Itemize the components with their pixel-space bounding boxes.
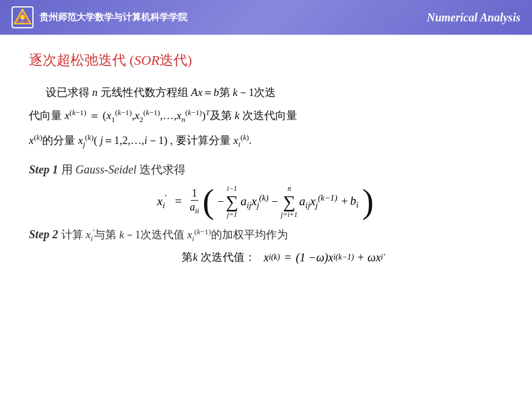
- paragraph-2: 代向量 x(k−1) ＝ (x1(k−1),x2(k−1),…,xn(k−1))…: [29, 106, 503, 127]
- course-title: Numerical Analysis: [427, 11, 520, 24]
- header-left: 贵州师范大学数学与计算机科学学院: [12, 6, 187, 28]
- step2-label: Step 2 计算 xi′与第 k－1次迭代值 xi(k−1)的加权平均作为: [29, 227, 503, 243]
- step1-formula: xi′ = 1 aii ( − i−1 ∑ j=1 aijxj(k) −: [29, 184, 503, 219]
- slide-title: 逐次超松弛迭代 (SOR迭代): [29, 51, 503, 69]
- slide-content: 逐次超松弛迭代 (SOR迭代) 设已求得 n 元线性代数方程组 Ax＝b第 k－…: [0, 35, 532, 280]
- step2-formula: 第k 次迭代值： xi(k) = (1 − ω)xi(k−1) + ωxi′: [64, 248, 503, 267]
- paragraph-1: 设已求得 n 元线性代数方程组 Ax＝b第 k－1次迭: [29, 83, 503, 102]
- university-logo: [12, 6, 34, 28]
- header: 贵州师范大学数学与计算机科学学院 Numerical Analysis: [0, 0, 532, 35]
- paragraph-3: x(k)的分量 xj(k)( j＝1,2,…,i－1) , 要计算分量 xi(k…: [29, 131, 503, 152]
- institution-name: 贵州师范大学数学与计算机科学学院: [39, 12, 187, 24]
- step1-label: Step 1 用 Gauss-Seidel 迭代求得: [29, 162, 503, 178]
